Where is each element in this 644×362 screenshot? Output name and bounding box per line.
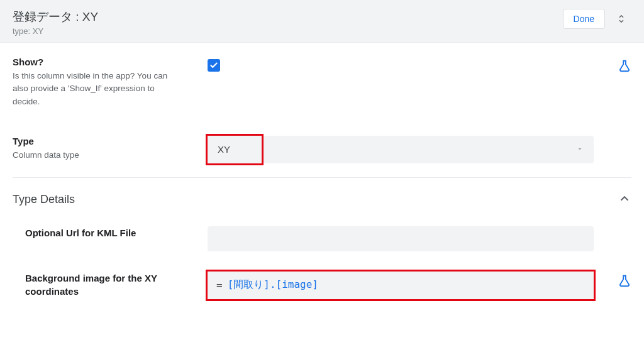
content-area: Show? Is this column visible in the app?…: [0, 43, 644, 309]
type-description: Column data type: [13, 149, 176, 162]
show-description: Is this column visible in the app? You c…: [13, 70, 176, 108]
section-type-details-body: Optional Url for KML File Background ima…: [13, 216, 631, 309]
bg-image-right-col: [594, 272, 631, 290]
header-actions: Done: [563, 9, 631, 29]
field-row-bg-image: Background image for the XY coordinates …: [25, 261, 631, 309]
editor-header: 登録データ : XY type: XY Done: [0, 0, 644, 43]
expand-collapse-button[interactable]: [611, 9, 631, 29]
section-type-details-header[interactable]: Type Details: [13, 178, 631, 216]
header-title-block: 登録データ : XY type: XY: [13, 9, 98, 36]
show-control-col: [208, 57, 594, 72]
field-row-show: Show? Is this column visible in the app?…: [13, 43, 631, 122]
kml-url-input[interactable]: [208, 226, 594, 251]
kml-label-col: Optional Url for KML File: [25, 226, 208, 239]
check-icon: [209, 61, 218, 70]
show-label: Show?: [13, 57, 195, 67]
type-select-value: XY: [218, 144, 230, 155]
field-row-kml-url: Optional Url for KML File: [25, 216, 631, 261]
bg-image-label-col: Background image for the XY coordinates: [25, 272, 208, 298]
kml-input-col: [208, 226, 594, 251]
bg-image-expression-box[interactable]: = [間取り].[image]: [208, 272, 594, 299]
bg-image-label: Background image for the XY coordinates: [25, 272, 195, 298]
done-button[interactable]: Done: [563, 9, 605, 29]
type-label-col: Type Column data type: [13, 136, 208, 162]
show-expression-button[interactable]: [618, 59, 631, 75]
show-checkbox[interactable]: [208, 59, 220, 72]
chevron-down-icon: [576, 145, 584, 155]
page-title: 登録データ : XY: [13, 9, 98, 25]
chevron-up-icon: [618, 192, 631, 207]
show-label-col: Show? Is this column visible in the app?…: [13, 57, 208, 108]
page-subtype: type: XY: [13, 26, 98, 36]
flask-icon: [618, 274, 631, 288]
bg-image-expression-button[interactable]: [618, 274, 631, 290]
bg-image-input-col: = [間取り].[image]: [208, 272, 594, 299]
type-control-col: XY: [208, 136, 594, 163]
kml-label: Optional Url for KML File: [25, 226, 195, 239]
bg-image-expression-value: [間取り].[image]: [228, 278, 318, 292]
type-label: Type: [13, 136, 195, 146]
show-right-col: [594, 57, 631, 75]
field-row-type: Type Column data type XY: [13, 122, 631, 178]
type-select[interactable]: XY: [208, 136, 594, 163]
equals-sign: =: [216, 279, 223, 291]
unfold-more-icon: [616, 13, 627, 25]
section-type-details-title: Type Details: [13, 193, 75, 206]
flask-icon: [618, 59, 631, 73]
